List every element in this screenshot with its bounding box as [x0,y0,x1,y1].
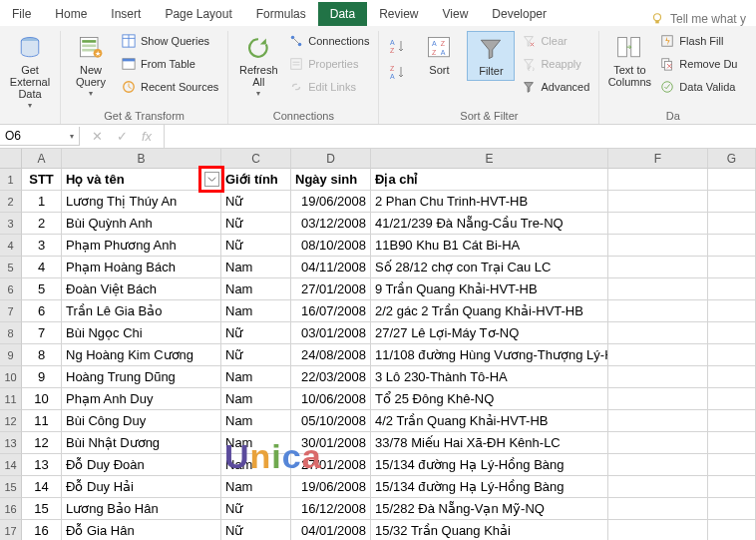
data-cell[interactable] [608,344,708,366]
data-cell[interactable]: 12 [22,432,62,454]
data-cell[interactable] [608,235,708,257]
data-cell[interactable] [708,300,756,322]
data-cell[interactable] [708,257,756,278]
data-cell[interactable] [708,213,756,235]
data-cell[interactable]: 04/01/2008 [291,520,371,540]
data-cell[interactable]: Nam [221,300,291,322]
data-cell[interactable]: 4 [22,257,62,278]
data-cell[interactable]: Nữ [221,520,291,540]
data-cell[interactable]: 14 [22,476,62,498]
data-cell[interactable]: Nữ [221,235,291,257]
row-header[interactable]: 15 [0,476,22,498]
recent-sources-button[interactable]: Recent Sources [119,77,221,97]
tab-home[interactable]: Home [43,2,99,26]
data-cell[interactable]: Lương Bảo Hân [62,498,221,520]
tab-page-layout[interactable]: Page Layout [153,2,243,26]
data-cell[interactable]: Bùi Công Duy [62,410,221,432]
row-header[interactable]: 5 [0,257,22,278]
data-cell[interactable] [708,388,756,410]
data-cell[interactable] [708,498,756,520]
data-cell[interactable]: 11 [22,410,62,432]
filter-button[interactable]: Filter [467,31,515,81]
data-cell[interactable]: Nam [221,278,291,300]
data-cell[interactable]: 15/282 Đà Nẵng-Vạn Mỹ-NQ [371,498,608,520]
data-cell[interactable]: 33/78 Miếu Hai Xã-ĐH Kênh-LC [371,432,608,454]
row-header[interactable]: 2 [0,191,22,213]
row-header[interactable]: 7 [0,300,22,322]
data-cell[interactable]: 9 [22,366,62,388]
data-cell[interactable]: 11B90 Khu B1 Cát Bi-HA [371,235,608,257]
data-cell[interactable]: 3 Lô 230-Thành Tô-HA [371,366,608,388]
column-header-G[interactable]: G [708,149,756,169]
column-header-A[interactable]: A [22,149,62,169]
data-cell[interactable] [708,278,756,300]
data-cell[interactable] [708,410,756,432]
data-cell[interactable]: Nam [221,410,291,432]
data-cell[interactable]: 3 [22,235,62,257]
data-cell[interactable]: 04/11/2008 [291,257,371,278]
data-cell[interactable]: Nữ [221,213,291,235]
header-cell[interactable]: Giới tính [221,169,291,191]
properties-button[interactable]: Properties [286,54,372,74]
data-cell[interactable] [708,476,756,498]
data-cell[interactable]: 15/32 Trần Quang Khải [371,520,608,540]
column-header-D[interactable]: D [291,149,371,169]
cancel-formula-icon[interactable]: ✕ [92,129,103,144]
column-header-B[interactable]: B [62,149,221,169]
data-cell[interactable]: 03/01/2008 [291,322,371,344]
data-cell[interactable]: Ng Hoàng Kim Cương [62,344,221,366]
tab-view[interactable]: View [431,2,481,26]
data-cell[interactable] [708,235,756,257]
data-cell[interactable] [708,432,756,454]
data-cell[interactable] [608,476,708,498]
row-header[interactable]: 10 [0,366,22,388]
row-header[interactable]: 4 [0,235,22,257]
show-queries-button[interactable]: Show Queries [119,31,221,51]
refresh-all-button[interactable]: Refresh All ▾ [234,31,282,102]
data-cell[interactable]: Lương Thị Thúy An [62,191,221,213]
clear-filter-button[interactable]: Clear [519,31,592,51]
select-all-corner[interactable] [0,149,22,169]
spreadsheet-grid[interactable]: ABCDEFG 1STTHọ và tênGiới tínhNgày sinhĐ… [0,149,756,540]
data-cell[interactable]: 19/06/2008 [291,476,371,498]
data-cell[interactable] [608,388,708,410]
data-cell[interactable] [608,520,708,540]
filter-dropdown-button-ten[interactable] [204,172,219,187]
fx-icon[interactable]: fx [142,129,152,144]
row-header[interactable]: 12 [0,410,22,432]
sort-button[interactable]: AZZA Sort [415,31,463,79]
data-cell[interactable]: 2 Phan Chu Trinh-HVT-HB [371,191,608,213]
flash-fill-button[interactable]: Flash Fill [657,31,740,51]
data-cell[interactable]: Nữ [221,322,291,344]
row-header[interactable]: 14 [0,454,22,476]
data-cell[interactable]: Đoàn Việt Bách [62,278,221,300]
data-cell[interactable]: Trần Lê Gia Bảo [62,300,221,322]
data-cell[interactable]: 2 [22,213,62,235]
data-cell[interactable] [708,191,756,213]
row-header[interactable]: 13 [0,432,22,454]
data-cell[interactable]: 16/12/2008 [291,498,371,520]
data-cell[interactable]: 16 [22,520,62,540]
data-cell[interactable]: Nam [221,476,291,498]
data-cell[interactable]: 9 Trần Quang Khải-HVT-HB [371,278,608,300]
data-cell[interactable]: Bùi Ngọc Chi [62,322,221,344]
data-cell[interactable]: Bùi Nhật Dương [62,432,221,454]
data-cell[interactable]: 27/01/2008 [291,454,371,476]
data-cell[interactable]: Đỗ Gia Hân [62,520,221,540]
data-cell[interactable]: 15/134 đường Hạ Lý-Hồng Bàng [371,476,608,498]
data-cell[interactable]: Nam [221,432,291,454]
reapply-button[interactable]: Reapply [519,54,592,74]
name-box[interactable]: O6 ▾ [0,127,80,146]
header-cell[interactable]: Địa chỉ [371,169,608,191]
data-cell[interactable]: Nữ [221,191,291,213]
header-cell[interactable] [608,169,708,191]
data-cell[interactable] [608,322,708,344]
tab-formulas[interactable]: Formulas [244,2,318,26]
sort-asc-button[interactable]: AZ [385,35,411,59]
row-header[interactable]: 1 [0,169,22,191]
tab-file[interactable]: File [0,2,43,26]
data-cell[interactable]: 5 [22,278,62,300]
connections-button[interactable]: Connections [286,31,372,51]
data-cell[interactable]: 15/134 đường Hạ Lý-Hồng Bàng [371,454,608,476]
text-to-columns-button[interactable]: Text to Columns [605,31,653,91]
